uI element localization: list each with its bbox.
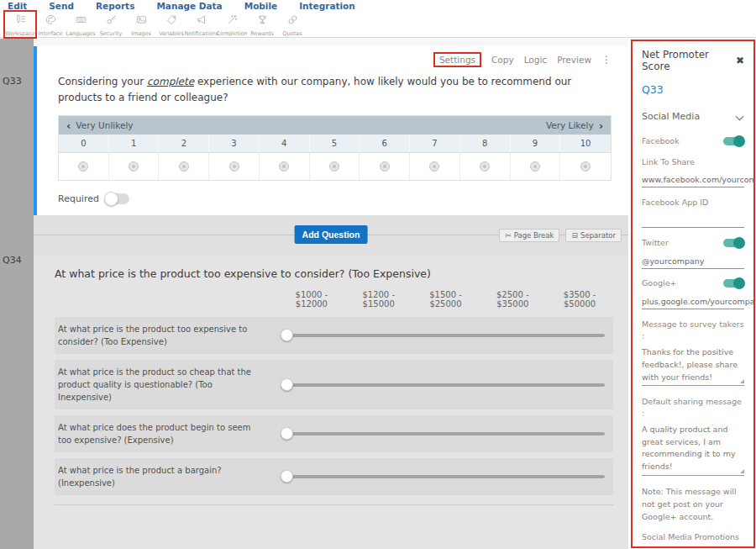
- toolbar-item-variables[interactable]: Variables: [156, 12, 186, 37]
- toolbar-item-images[interactable]: Images: [126, 12, 156, 37]
- question-link[interactable]: Q33: [642, 83, 744, 96]
- q34-row-label: At what price is the product so cheap th…: [58, 366, 277, 404]
- radio-button[interactable]: [129, 161, 139, 172]
- question-card-q34[interactable]: At what price is the product too expensi…: [34, 255, 628, 549]
- radio-button[interactable]: [329, 161, 339, 172]
- separator-button[interactable]: ⊟Separator: [565, 229, 622, 242]
- required-row: Required: [58, 193, 612, 204]
- twitter-toggle[interactable]: [723, 239, 744, 247]
- radio-button[interactable]: [429, 161, 439, 172]
- settings-panel: Net Promoter Score ✖ Q33 Social Media Fa…: [631, 40, 755, 548]
- menu-item-mobile[interactable]: Mobile: [244, 1, 278, 11]
- radio-button[interactable]: [179, 161, 189, 172]
- menu-item-manage-data[interactable]: Manage Data: [156, 1, 222, 11]
- link-to-share-input[interactable]: www.facebook.com/yourcompany: [642, 175, 744, 187]
- scale-left-label: Very Unlikely: [76, 120, 133, 130]
- default-sharing-message-label: Default sharing message :: [642, 396, 744, 419]
- question-text-q33[interactable]: Considering your complete experience wit…: [58, 74, 612, 105]
- scale-point-cell: 1: [109, 135, 160, 153]
- toolbar-item-label: Interface: [38, 30, 62, 37]
- separator-label: Separator: [580, 231, 616, 240]
- toolbar-item-completion[interactable]: Completion: [217, 12, 247, 37]
- google-plus-label: Google+: [642, 277, 676, 288]
- scale-radio-cell: [59, 153, 109, 180]
- price-slider: [277, 377, 606, 393]
- radio-button[interactable]: [530, 161, 540, 172]
- social-media-promotions-label: Social Media Promotions: [642, 531, 744, 542]
- toolbar-item-security[interactable]: Security: [96, 12, 126, 37]
- toggle-knob: [733, 135, 745, 147]
- q34-rail-label: Q34: [3, 255, 22, 266]
- link-to-share-label: Link To Share: [642, 156, 744, 167]
- social-media-section-header[interactable]: Social Media: [642, 108, 744, 124]
- megaphone-icon: [196, 13, 208, 29]
- default-sharing-message-textarea[interactable]: A quality product and great services, I …: [642, 424, 744, 476]
- price-slider: [277, 469, 606, 484]
- radio-button[interactable]: [78, 161, 88, 172]
- radio-button[interactable]: [229, 161, 239, 172]
- price-slider: [277, 328, 606, 343]
- nps-number-row: 012345678910: [59, 135, 611, 153]
- toolbar-item-quotas[interactable]: Quotas: [277, 12, 307, 37]
- radio-button[interactable]: [279, 161, 289, 172]
- question-card-q33[interactable]: Settings Copy Logic Preview ⋮ Considerin…: [34, 46, 628, 215]
- twitter-handle-input[interactable]: @yourcompany: [642, 256, 744, 269]
- radio-button[interactable]: [580, 161, 591, 172]
- scale-radio-cell: [410, 153, 460, 180]
- scale-radio-cell: [159, 153, 209, 180]
- add-question-button[interactable]: Add Question: [295, 225, 368, 244]
- facebook-app-id-input[interactable]: [642, 216, 744, 228]
- toolbar-item-languages[interactable]: Languages: [66, 12, 96, 37]
- message-to-survey-takers-textarea[interactable]: Thanks for the positive feedback!, pleas…: [642, 346, 744, 386]
- question-title-q34[interactable]: At what price is the product too expensi…: [55, 267, 613, 280]
- magic-wand-icon: [226, 13, 239, 29]
- menu-item-reports[interactable]: Reports: [96, 1, 134, 11]
- question-actions: Settings Copy Logic Preview ⋮: [58, 52, 612, 67]
- toolbar-item-label: Variables: [159, 30, 184, 37]
- keyboard-icon: [75, 13, 87, 29]
- canvas-top-gap: [34, 39, 628, 46]
- facebook-app-id-label: Facebook App ID: [642, 197, 744, 208]
- radio-button[interactable]: [480, 161, 490, 172]
- logic-button[interactable]: Logic: [524, 55, 547, 65]
- panel-title: Net Promoter Score: [642, 49, 736, 72]
- toolbar-item-interface[interactable]: Interface: [35, 12, 66, 37]
- settings-button[interactable]: Settings: [433, 52, 481, 67]
- menu-item-send[interactable]: Send: [49, 1, 74, 11]
- slider-track: [287, 383, 605, 387]
- scale-radio-cell: [109, 153, 160, 180]
- radio-button[interactable]: [380, 161, 390, 172]
- slider-handle[interactable]: [281, 378, 293, 391]
- google-plus-url-input[interactable]: plus.google.com/yourcompany: [642, 297, 744, 309]
- section-label: Social Media: [642, 111, 700, 122]
- copy-button[interactable]: Copy: [491, 55, 514, 65]
- facebook-toggle[interactable]: [723, 137, 744, 145]
- chevron-down-icon: [735, 108, 744, 124]
- toolbar-item-notifications[interactable]: Notifications: [186, 12, 217, 37]
- kebab-menu-icon[interactable]: ⋮: [601, 54, 612, 66]
- trophy-icon: [256, 13, 269, 29]
- toggle-knob: [733, 277, 745, 289]
- q34-row: At what price does the product begin to …: [55, 415, 613, 452]
- slider-handle[interactable]: [281, 329, 293, 341]
- scale-radio-cell: [310, 153, 360, 180]
- question-number-rail: Q33 Q34: [0, 39, 34, 549]
- menu-item-integration[interactable]: Integration: [299, 1, 355, 11]
- menu-item-edit[interactable]: Edit: [8, 1, 27, 11]
- toolbar: Workspace Interface Languages Security I…: [0, 12, 756, 38]
- toolbar-item-rewards[interactable]: Rewards: [247, 12, 277, 37]
- key-icon: [105, 13, 118, 29]
- close-icon[interactable]: ✖: [736, 55, 744, 66]
- slider-handle[interactable]: [281, 427, 293, 440]
- toolbar-item-label: Notifications: [185, 30, 219, 37]
- google-plus-toggle[interactable]: [723, 279, 744, 288]
- divider-tools: ✂Page Break ⊟Separator: [499, 229, 622, 242]
- q34-row: At what price is the product a bargain? …: [55, 458, 613, 495]
- page-break-button[interactable]: ✂Page Break: [499, 229, 559, 242]
- scale-point-cell: 6: [360, 135, 410, 153]
- toolbar-item-workspace[interactable]: Workspace: [5, 12, 35, 37]
- scale-point-cell: 9: [511, 135, 561, 153]
- slider-handle[interactable]: [281, 470, 293, 483]
- preview-button[interactable]: Preview: [557, 55, 591, 65]
- required-toggle[interactable]: [105, 193, 129, 204]
